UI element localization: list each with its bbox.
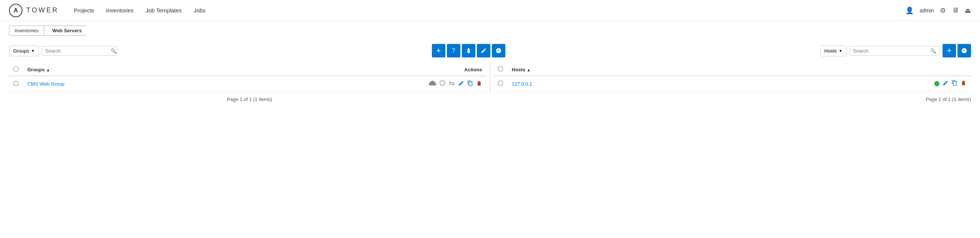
group-action-icons [224, 80, 482, 88]
host-copy-svg [951, 80, 958, 86]
groups-pagination: Page 1 of 1 (1 items) [9, 96, 490, 102]
hosts-sort-icon[interactable]: ▲ [527, 67, 531, 72]
group-edit-icon[interactable] [458, 80, 464, 88]
groups-sort-icon[interactable]: ▲ [46, 67, 50, 72]
hosts-dropdown-label: Hosts [824, 48, 837, 54]
groups-select-all-col [9, 64, 23, 76]
host-edit-icon[interactable] [942, 80, 948, 88]
clock-right-icon [961, 48, 967, 54]
hosts-select-all-checkbox[interactable] [498, 66, 503, 71]
host-delete-icon[interactable] [961, 80, 967, 88]
group-copy-svg [467, 80, 473, 86]
schedule-host-button[interactable] [958, 44, 971, 58]
hosts-actions-col-header [700, 64, 971, 76]
circle-icon[interactable] [439, 80, 445, 88]
host-ip-cell: 127.0.0.1 [507, 76, 700, 92]
toolbar-row: Groups ▼ 🔍 + ? [9, 44, 971, 58]
host-row-checkbox[interactable] [498, 81, 503, 86]
host-copy-icon[interactable] [951, 80, 958, 88]
table-row: 127.0.0.1 [493, 76, 971, 92]
help-button[interactable]: ? [447, 44, 460, 58]
groups-table: Groups ▲ Actions CMS Web [9, 64, 487, 92]
breadcrumb-web-servers[interactable]: Web Servers [44, 26, 90, 36]
arrows-svg [449, 81, 455, 86]
clock-icon [496, 48, 502, 54]
circle-svg [439, 80, 445, 86]
groups-col-header: Groups ▲ [23, 64, 220, 76]
host-actions-cell [700, 76, 971, 92]
hosts-caret-icon: ▼ [838, 49, 842, 53]
username: admin [920, 8, 934, 13]
host-pencil-svg [942, 80, 948, 86]
cloud-icon[interactable] [429, 80, 436, 88]
rocket-icon [465, 47, 472, 54]
nav-jobs[interactable]: Jobs [194, 7, 206, 13]
hosts-col-header: Hosts ▲ [507, 64, 700, 76]
host-trash-svg [961, 80, 967, 86]
groups-panel: Groups ▼ 🔍 [9, 45, 117, 56]
hosts-select-all-col [493, 64, 507, 76]
pencil-icon [480, 48, 487, 54]
add-host-button[interactable]: + [942, 44, 956, 58]
hosts-pagination: Page 1 of 1 (1 items) [490, 96, 971, 102]
edit-center-button[interactable] [477, 44, 490, 58]
logo-icon: A [9, 4, 22, 17]
host-ip-link[interactable]: 127.0.0.1 [512, 81, 532, 87]
breadcrumb-inventories[interactable]: Inventories [9, 26, 44, 36]
table-row: CMS Web Group [9, 76, 487, 92]
groups-dropdown-label: Groups [13, 48, 29, 54]
groups-caret-icon: ▼ [31, 49, 35, 53]
groups-table-section: Groups ▲ Actions CMS Web [9, 64, 487, 92]
hosts-search-wrap: 🔍 [850, 46, 940, 56]
group-trash-svg [476, 80, 482, 86]
logout-icon[interactable]: ⏏ [965, 6, 971, 14]
group-row-checkbox[interactable] [13, 81, 18, 86]
hosts-search-icon: 🔍 [930, 48, 936, 54]
breadcrumb: Inventories Web Servers [0, 21, 980, 40]
tables-row: Groups ▲ Actions CMS Web [9, 64, 971, 92]
nav-projects[interactable]: Projects [74, 7, 94, 13]
hosts-dropdown-btn[interactable]: Hosts ▼ [820, 45, 846, 56]
user-icon: 👤 [905, 6, 914, 14]
add-button[interactable]: + [432, 44, 445, 58]
groups-dropdown-btn[interactable]: Groups ▼ [9, 45, 39, 56]
group-actions-cell [220, 76, 487, 92]
arrows-icon[interactable] [449, 80, 455, 88]
brand: A TOWER [9, 4, 59, 17]
host-row-checkbox-cell [493, 76, 507, 92]
nav-job-templates[interactable]: Job Templates [145, 7, 181, 13]
host-action-icons [705, 80, 967, 88]
nav-links: Projects Inventories Job Templates Jobs [74, 7, 905, 13]
brand-name: TOWER [26, 6, 59, 14]
group-name-cell: CMS Web Group [23, 76, 220, 92]
right-toolbar: + [942, 44, 971, 58]
launch-button[interactable] [462, 44, 476, 58]
main-content: Groups ▼ 🔍 + ? [0, 40, 980, 110]
schedule-center-button[interactable] [492, 44, 505, 58]
svg-point-0 [440, 80, 445, 85]
hosts-search-input[interactable] [853, 48, 928, 54]
group-copy-icon[interactable] [467, 80, 473, 88]
table-divider [490, 64, 490, 92]
group-delete-icon[interactable] [476, 80, 482, 88]
group-pencil-svg [458, 80, 464, 86]
host-status-icon [934, 81, 940, 86]
nav-inventories[interactable]: Inventories [106, 7, 134, 13]
groups-select-all-checkbox[interactable] [13, 66, 18, 71]
groups-search-icon: 🔍 [111, 48, 116, 54]
tools-icon[interactable]: ⚙ [940, 6, 946, 14]
group-row-checkbox-cell [9, 76, 23, 92]
cloud-svg [429, 81, 436, 86]
center-toolbar: + ? [120, 44, 817, 58]
monitor-icon[interactable]: 🖥 [952, 6, 959, 14]
hosts-table: Hosts ▲ 127.0.0.1 [493, 64, 971, 92]
groups-search-wrap: 🔍 [42, 46, 117, 56]
nav-right: 👤 admin ⚙ 🖥 ⏏ [905, 6, 971, 14]
navbar: A TOWER Projects Inventories Job Templat… [0, 0, 980, 21]
hosts-panel: Hosts ▼ 🔍 [820, 45, 940, 56]
groups-actions-col-header: Actions [220, 64, 487, 76]
group-name-link[interactable]: CMS Web Group [27, 81, 64, 87]
hosts-table-section: Hosts ▲ 127.0.0.1 [493, 64, 971, 92]
pagination-row: Page 1 of 1 (1 items) Page 1 of 1 (1 ite… [9, 96, 971, 102]
groups-search-input[interactable] [45, 48, 108, 54]
